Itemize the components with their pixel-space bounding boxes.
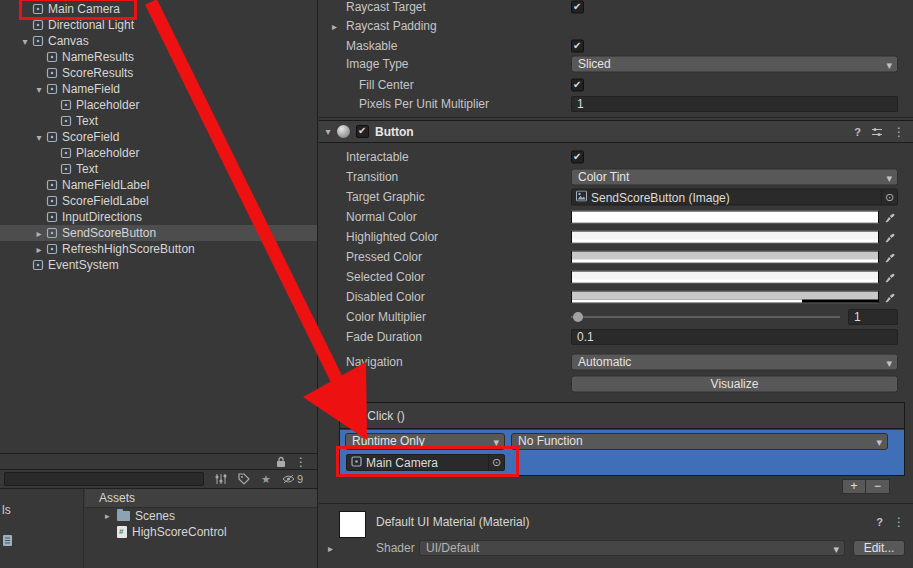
object-picker-icon[interactable] <box>881 190 897 205</box>
gameobject-icon <box>60 99 72 111</box>
target-graphic-label: Target Graphic <box>346 190 425 204</box>
favorites-icon[interactable] <box>261 472 271 486</box>
object-picker-icon[interactable] <box>488 455 504 470</box>
hierarchy-item[interactable]: Placeholder <box>0 145 317 161</box>
ppu-field[interactable]: 1 <box>571 96 898 112</box>
hierarchy-item[interactable]: Directional Light <box>0 17 317 33</box>
asset-item[interactable]: HighScoreControl <box>85 524 317 540</box>
remove-event-button[interactable]: − <box>866 479 890 494</box>
hierarchy-item[interactable]: NameResults <box>0 49 317 65</box>
edit-shader-button[interactable]: Edit... <box>853 540 905 556</box>
hidden-count-toggle[interactable]: 9 <box>282 473 303 485</box>
hierarchy-item[interactable]: Text <box>0 161 317 177</box>
pressed-color-swatch[interactable] <box>571 251 879 264</box>
eyedropper-icon[interactable] <box>881 211 898 223</box>
fade-duration-label: Fade Duration <box>346 330 422 344</box>
hierarchy-item[interactable]: ▸ SendScoreButton <box>0 225 317 241</box>
disabled-color-swatch[interactable] <box>571 291 879 304</box>
maskable-checkbox[interactable] <box>571 40 584 53</box>
row-color-multiplier: Color Multiplier 1 <box>319 307 913 327</box>
material-preview[interactable] <box>339 511 366 538</box>
hierarchy-item[interactable]: Main Camera <box>0 1 317 17</box>
more-menu-icon[interactable] <box>295 455 307 469</box>
add-event-button[interactable]: + <box>842 479 866 494</box>
hierarchy-item[interactable]: ScoreResults <box>0 65 317 81</box>
foldout-icon[interactable]: ▾ <box>32 84 46 95</box>
button-enabled-checkbox[interactable] <box>356 125 369 138</box>
normal-color-swatch[interactable] <box>571 211 879 224</box>
hierarchy-item[interactable]: Placeholder <box>0 97 317 113</box>
more-menu-icon[interactable] <box>893 125 905 139</box>
interactable-checkbox[interactable] <box>571 151 584 164</box>
navigation-dropdown[interactable]: Automatic <box>571 354 898 371</box>
hierarchy-item[interactable]: ▾ ScoreField <box>0 129 317 145</box>
target-graphic-field[interactable]: SendScoreButton (Image) <box>571 189 898 206</box>
foldout-icon[interactable]: ▸ <box>32 228 46 239</box>
hierarchy-item-label: Text <box>76 162 98 176</box>
raycast-target-label: Raycast Target <box>346 0 426 14</box>
on-click-entry[interactable]: Runtime Only No Function Main Camera <box>340 430 904 475</box>
foldout-icon[interactable] <box>319 126 337 137</box>
lock-icon[interactable] <box>276 456 286 468</box>
slider-handle[interactable] <box>573 312 583 322</box>
folder-item-partial[interactable]: ls <box>2 503 11 517</box>
highlighted-color-label: Highlighted Color <box>346 230 438 244</box>
target-object-field[interactable]: Main Camera <box>346 454 505 471</box>
gameobject-icon <box>46 195 58 207</box>
foldout-icon[interactable]: ▾ <box>32 132 46 143</box>
fill-center-checkbox[interactable] <box>571 79 584 92</box>
hierarchy-item-label: Directional Light <box>48 18 134 32</box>
hidden-count: 9 <box>297 473 303 485</box>
shader-dropdown[interactable]: UI/Default <box>419 540 845 556</box>
image-type-dropdown[interactable]: Sliced <box>571 56 898 73</box>
runtime-mode-dropdown[interactable]: Runtime Only <box>345 433 505 450</box>
filter-by-type-icon[interactable] <box>215 473 227 485</box>
function-dropdown[interactable]: No Function <box>511 433 888 450</box>
foldout-icon[interactable] <box>332 21 337 32</box>
transition-dropdown[interactable]: Color Tint <box>571 169 898 186</box>
color-multiplier-slider[interactable] <box>571 316 840 318</box>
hierarchy-item[interactable]: ▸ RefreshHighScoreButton <box>0 241 317 257</box>
more-menu-icon[interactable] <box>893 515 905 529</box>
hierarchy-item[interactable]: Text <box>0 113 317 129</box>
material-title: Default UI Material (Material) <box>376 515 529 529</box>
help-icon[interactable] <box>854 125 861 139</box>
color-multiplier-field[interactable]: 1 <box>848 309 898 325</box>
foldout-icon[interactable]: ▸ <box>32 244 46 255</box>
fade-duration-field[interactable]: 0.1 <box>571 329 898 345</box>
gameobject-icon <box>46 67 58 79</box>
hierarchy-item-label: SendScoreButton <box>62 226 156 240</box>
selected-color-swatch[interactable] <box>571 271 879 284</box>
foldout-icon[interactable]: ▸ <box>105 511 117 521</box>
eyedropper-icon[interactable] <box>881 251 898 263</box>
event-list-buttons: + − <box>842 479 890 494</box>
hierarchy-item-label: NameFieldLabel <box>62 178 149 192</box>
eyedropper-icon[interactable] <box>881 231 898 243</box>
row-raycast-padding: Raycast Padding <box>319 16 913 36</box>
on-click-event-box: On Click () Runtime Only No Function Mai… <box>339 402 905 476</box>
eyedropper-icon[interactable] <box>881 291 898 303</box>
search-input[interactable] <box>4 472 204 486</box>
runtime-mode-value: Runtime Only <box>352 434 425 448</box>
hierarchy-item-label: ScoreFieldLabel <box>62 194 149 208</box>
hierarchy-item-label: Text <box>76 114 98 128</box>
help-icon[interactable] <box>876 515 883 529</box>
assets-header[interactable]: Assets <box>85 489 317 508</box>
button-component-header[interactable]: Button <box>319 120 913 143</box>
hierarchy-item[interactable]: EventSystem <box>0 257 317 273</box>
foldout-icon[interactable]: ▾ <box>18 36 32 47</box>
asset-label: Scenes <box>135 509 175 523</box>
foldout-icon[interactable] <box>328 543 333 554</box>
filter-by-label-icon[interactable] <box>238 473 250 485</box>
visualize-button[interactable]: Visualize <box>571 376 898 393</box>
eyedropper-icon[interactable] <box>881 271 898 283</box>
hierarchy-item[interactable]: ScoreFieldLabel <box>0 193 317 209</box>
highlighted-color-swatch[interactable] <box>571 231 879 244</box>
hierarchy-item[interactable]: ▾ NameField <box>0 81 317 97</box>
raycast-target-checkbox[interactable] <box>571 1 584 14</box>
hierarchy-item[interactable]: ▾ Canvas <box>0 33 317 49</box>
hierarchy-item[interactable]: InputDirections <box>0 209 317 225</box>
asset-item[interactable]: ▸ Scenes <box>85 508 317 524</box>
hierarchy-item[interactable]: NameFieldLabel <box>0 177 317 193</box>
presets-icon[interactable] <box>871 127 883 137</box>
